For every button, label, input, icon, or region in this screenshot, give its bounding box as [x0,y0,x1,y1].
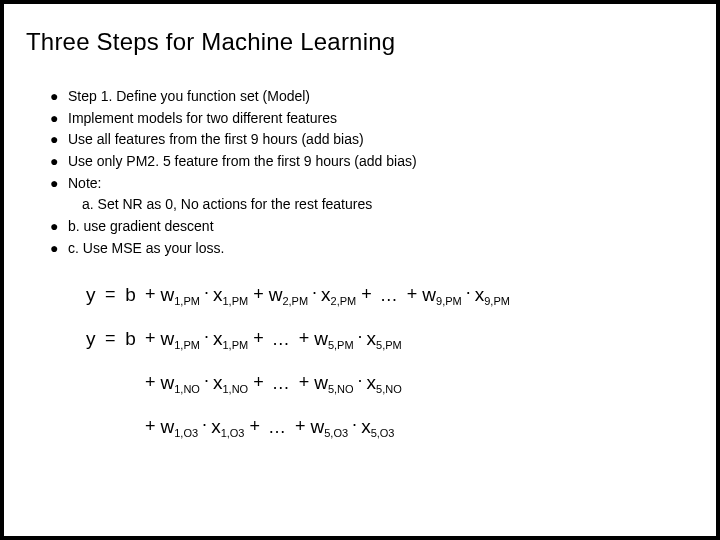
eq-dot: · [354,327,367,345]
equation-row-1: y = b + w1,PM · x1,PM + w2,PM · x2,PM + … [86,284,646,304]
eq-plus: + [140,285,161,303]
eq-term: w5,PM · x5,PM [314,329,402,348]
eq-plus: + [294,329,315,347]
eq-x: x [361,417,371,436]
bullet-dot: ● [50,173,68,195]
eq-w: w [161,285,175,304]
eq-w: w [161,329,175,348]
equation-row-4: + w1,O3 · x1,O3 + … + w5,O3 · x5,O3 [86,416,646,436]
eq-plus: + [244,417,265,435]
eq-term: w1,O3 · x1,O3 [161,417,245,436]
bullet-text: a. Set NR as 0, No actions for the rest … [68,194,670,216]
eq-w: w [161,373,175,392]
eq-lead: y = b [86,284,140,304]
eq-lead: y = b [86,328,140,348]
bullet-dot: ● [50,86,68,108]
eq-plus: + [356,285,377,303]
eq-sub: 1,NO [174,384,200,395]
eq-x: x [367,329,377,348]
bullet-text: Use only PM2. 5 feature from the first 9… [68,151,670,173]
eq-sub: 1,PM [174,340,200,351]
eq-plus: + [248,373,269,391]
eq-x: x [213,285,223,304]
eq-plus: + [140,329,161,347]
bullet-list: ● Step 1. Define you function set (Model… [50,86,670,260]
eq-ellipsis: … [377,286,402,304]
bullet-text: Note: [68,173,670,195]
eq-plus: + [402,285,423,303]
eq-b: b [125,284,136,305]
eq-dot: · [354,371,367,389]
eq-plus: + [140,373,161,391]
eq-term: w2,PM · x2,PM [269,285,357,304]
eq-y: y [86,328,96,349]
eq-ellipsis: … [269,374,294,392]
eq-term: w5,O3 · x5,O3 [311,417,395,436]
list-item: ● Note: [50,173,670,195]
bullet-text: Use all features from the first 9 hours … [68,129,670,151]
bullet-text: b. use gradient descent [68,216,670,238]
eq-y: y [86,284,96,305]
eq-sub: 1,O3 [174,428,198,439]
bullet-dot: ● [50,108,68,130]
eq-term: w9,PM · x9,PM [422,285,510,304]
bullet-text: Implement models for two different featu… [68,108,670,130]
eq-dot: · [200,327,213,345]
eq-w: w [314,329,328,348]
eq-x: x [367,373,377,392]
slide: Three Steps for Machine Learning ● Step … [4,4,716,536]
eq-ellipsis: … [269,330,294,348]
eq-dot: · [308,283,321,301]
eq-x: x [213,329,223,348]
eq-w: w [161,417,175,436]
eq-plus: + [248,285,269,303]
eq-term: w5,NO · x5,NO [314,373,402,392]
eq-sub: 5,NO [328,384,354,395]
eq-sub: 1,O3 [221,428,245,439]
eq-equals: = [101,328,120,348]
eq-term: w1,NO · x1,NO [161,373,249,392]
eq-b: b [125,328,136,349]
eq-sub: 2,PM [331,296,357,307]
bullet-dot: ● [50,151,68,173]
bullet-text: Step 1. Define you function set (Model) [68,86,670,108]
eq-equals: = [101,284,120,304]
eq-sub: 1,PM [222,296,248,307]
list-item: ● b. use gradient descent [50,216,670,238]
eq-plus: + [294,373,315,391]
eq-sub: 5,PM [328,340,354,351]
eq-x: x [321,285,331,304]
eq-ellipsis: … [265,418,290,436]
eq-plus: + [248,329,269,347]
eq-sub: 1,PM [174,296,200,307]
equation-row-2: y = b + w1,PM · x1,PM + … + w5,PM · x5,P… [86,328,646,348]
list-item: ● Use only PM2. 5 feature from the first… [50,151,670,173]
eq-w: w [311,417,325,436]
eq-w: w [269,285,283,304]
eq-x: x [475,285,485,304]
bullet-dot: ● [50,216,68,238]
eq-dot: · [348,415,361,433]
eq-plus: + [140,417,161,435]
list-item: ● Use all features from the first 9 hour… [50,129,670,151]
eq-w: w [422,285,436,304]
eq-x: x [211,417,221,436]
bullet-text: c. Use MSE as your loss. [68,238,670,260]
eq-sub: 1,NO [222,384,248,395]
list-item: a. Set NR as 0, No actions for the rest … [50,194,670,216]
list-item: ● c. Use MSE as your loss. [50,238,670,260]
eq-sub: 9,PM [436,296,462,307]
eq-term: w1,PM · x1,PM [161,329,249,348]
eq-continuation [86,372,140,392]
eq-w: w [314,373,328,392]
list-item: ● Implement models for two different fea… [50,108,670,130]
bullet-dot: ● [50,129,68,151]
eq-dot: · [198,415,211,433]
eq-sub: 5,NO [376,384,402,395]
slide-title: Three Steps for Machine Learning [26,28,395,56]
eq-sub: 5,O3 [324,428,348,439]
eq-sub: 2,PM [282,296,308,307]
eq-sub: 5,O3 [371,428,395,439]
equation-row-3: + w1,NO · x1,NO + … + w5,NO · x5,NO [86,372,646,392]
eq-dot: · [200,371,213,389]
